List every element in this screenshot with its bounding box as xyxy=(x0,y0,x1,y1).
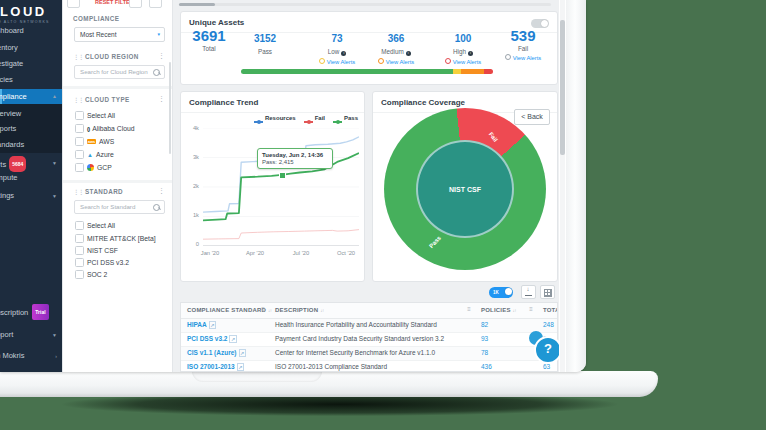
donut-center[interactable]: NIST CSF xyxy=(416,140,514,238)
sidebar-item-inventory[interactable]: Inventory xyxy=(0,41,62,55)
drag-handle-icon xyxy=(73,53,85,60)
chevron-down-icon: ▼ xyxy=(52,328,57,342)
tooltip-point-marker xyxy=(279,172,286,179)
sidebar-item-dashboard[interactable]: Dashboard xyxy=(0,24,62,38)
standard-link[interactable]: ISO 27001-2013 xyxy=(181,361,269,372)
standard-link[interactable]: CIS v1.1 (Azure) xyxy=(181,347,269,360)
checkbox[interactable] xyxy=(75,234,84,243)
policies-count[interactable]: 82 xyxy=(475,319,537,332)
sidebar-item-alerts[interactable]: Alerts5684 ▼ xyxy=(0,156,62,170)
checkbox[interactable] xyxy=(75,150,84,159)
scrollbar-thumb[interactable] xyxy=(560,20,565,155)
vertical-scrollbar[interactable] xyxy=(560,0,565,372)
sidebar-item-user[interactable]: Ben Mokris › xyxy=(0,349,62,363)
cloud-type-gcp[interactable]: GCP xyxy=(75,162,112,172)
checkbox[interactable] xyxy=(75,246,84,255)
sidebar-item-policies[interactable]: Policies xyxy=(0,73,62,87)
policies-count[interactable]: 436 xyxy=(475,361,537,372)
col-header-description[interactable]: DESCRIPTION≡ xyxy=(269,303,475,318)
sidebar-item-overview[interactable]: Overview xyxy=(0,107,62,121)
standard-pci-dss[interactable]: PCI DSS v3.2 xyxy=(75,257,129,267)
table-row[interactable]: ISO 27001-2013 ISO 27001-2013 Compliance… xyxy=(181,361,557,372)
coverage-donut-chart[interactable]: Fail Pass NIST CSF xyxy=(384,108,546,270)
sidebar-item-compute[interactable]: Compute xyxy=(0,171,62,185)
sidebar-item-reports[interactable]: Reports xyxy=(0,122,62,136)
sort-icon[interactable] xyxy=(511,307,517,313)
standard-select-all[interactable]: Select All xyxy=(75,220,115,230)
save-filter-button[interactable] xyxy=(129,0,142,8)
compliance-trend-title: Compliance Trend xyxy=(181,92,364,113)
col-header-standard[interactable]: COMPLIANCE STANDARD≡ xyxy=(181,303,269,318)
back-button[interactable]: < Back xyxy=(514,109,550,125)
sort-icon[interactable] xyxy=(318,307,324,313)
view-alerts-link-medium[interactable]: View Alerts xyxy=(367,58,425,65)
checkbox[interactable] xyxy=(75,258,84,267)
more-filter-button[interactable] xyxy=(149,0,162,8)
sidebar-item-investigate[interactable]: Investigate xyxy=(0,57,62,71)
column-menu-icon[interactable]: ≡ xyxy=(467,306,471,312)
policies-count[interactable]: 78 xyxy=(475,347,537,360)
collapse-filters-button[interactable] xyxy=(67,0,80,8)
donut-pass-label: Pass xyxy=(428,235,442,249)
cloud-type-select-all[interactable]: Select All xyxy=(75,110,115,120)
help-button[interactable]: ? xyxy=(534,336,559,364)
column-menu-icon[interactable]: ≡ xyxy=(261,306,265,312)
sidebar-item-compliance[interactable]: Compliance ▲ xyxy=(0,89,62,104)
kebab-menu-icon[interactable]: ⋮ xyxy=(158,95,165,102)
checkbox[interactable] xyxy=(75,270,84,279)
sidebar-item-settings[interactable]: Settings ▼ xyxy=(0,189,62,203)
view-alerts-link-fail[interactable]: View Alerts xyxy=(494,54,552,61)
kebab-menu-icon[interactable]: ⋮ xyxy=(158,52,165,59)
standard-search-input[interactable]: Search for Standard xyxy=(74,200,165,214)
sidebar-item-standards[interactable]: Standards xyxy=(0,138,62,152)
checkbox[interactable] xyxy=(75,124,84,133)
table-row[interactable]: CIS v1.1 (Azure) Center for Internet Sec… xyxy=(181,347,557,361)
cloud-type-section-label: CLOUD TYPE xyxy=(73,96,130,103)
checkbox[interactable] xyxy=(75,163,84,172)
trend-plot-area[interactable] xyxy=(203,128,359,246)
view-alerts-link-low[interactable]: View Alerts xyxy=(308,58,366,65)
azure-icon xyxy=(87,151,93,158)
table-limit-toggle[interactable]: 1K xyxy=(489,287,513,298)
table-row[interactable]: HIPAA Health Insurance Portability and A… xyxy=(181,319,557,333)
column-settings-button[interactable] xyxy=(540,285,555,299)
standard-soc2[interactable]: SOC 2 xyxy=(75,269,107,279)
filter-scrollbar[interactable] xyxy=(169,62,171,154)
scrollbar-thumb[interactable] xyxy=(179,3,215,6)
legend-pass[interactable]: Pass xyxy=(333,115,358,121)
standard-nist-csf[interactable]: NIST CSF xyxy=(75,245,118,255)
checkbox[interactable] xyxy=(75,111,84,120)
cloud-type-azure[interactable]: Azure xyxy=(75,149,114,159)
col-header-policies[interactable]: POLICIES≡ xyxy=(475,303,537,318)
legend-marker-icon xyxy=(304,121,313,123)
time-range-dropdown[interactable]: Most Recent ▾ xyxy=(74,27,165,42)
cloud-type-alibaba[interactable]: Alibaba Cloud xyxy=(75,123,135,133)
sidebar-item-support[interactable]: Support ▼ xyxy=(0,328,62,342)
sidebar-item-subscription[interactable]: SubscriptionTrial xyxy=(0,304,62,318)
standard-link[interactable]: HIPAA xyxy=(181,319,269,332)
cloud-type-aws[interactable]: awsAWS xyxy=(75,136,114,146)
stat-low: 73 Low View Alerts xyxy=(308,28,366,65)
policies-count[interactable]: 93 xyxy=(475,333,537,346)
standard-mitre[interactable]: MITRE ATT&CK [Beta] xyxy=(75,233,156,243)
table-row[interactable]: PCI DSS v3.2 Payment Card Industry Data … xyxy=(181,333,557,347)
cloud-region-search-input[interactable]: Search for Cloud Region xyxy=(74,65,165,79)
view-alerts-link-high[interactable]: View Alerts xyxy=(434,58,492,65)
checkbox[interactable] xyxy=(75,137,84,146)
col-header-total[interactable]: TOTAL xyxy=(537,303,558,318)
total-count[interactable]: 248 xyxy=(537,319,558,332)
checkbox[interactable] xyxy=(75,221,84,230)
download-button[interactable] xyxy=(521,285,536,299)
kebab-menu-icon[interactable]: ⋮ xyxy=(158,187,165,194)
toggle-knob xyxy=(541,20,548,27)
horizontal-scrollbar[interactable] xyxy=(179,3,551,6)
legend-fail[interactable]: Fail xyxy=(304,115,325,121)
chevron-up-icon: ▲ xyxy=(52,89,57,104)
section-divider xyxy=(63,180,172,183)
grid-icon xyxy=(544,289,552,297)
legend-resources[interactable]: Resources xyxy=(254,115,296,121)
gcp-icon xyxy=(87,164,94,171)
column-menu-icon[interactable]: ≡ xyxy=(529,306,533,312)
y-axis-tick: 2k xyxy=(185,183,199,189)
standard-link[interactable]: PCI DSS v3.2 xyxy=(181,333,269,346)
